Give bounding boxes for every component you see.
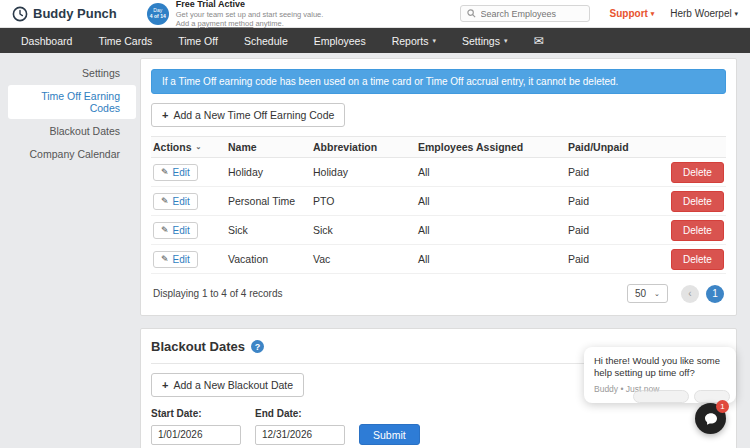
main-nav: Dashboard Time Cards Time Off Schedule E… <box>0 28 750 53</box>
support-menu[interactable]: Support ▾ <box>610 8 655 19</box>
end-date-label: End Date: <box>255 408 345 419</box>
search-icon <box>467 9 476 18</box>
edit-button[interactable]: ✎Edit <box>153 251 198 268</box>
nav-item-settings[interactable]: Settings▾ <box>449 28 520 53</box>
cell-name: Personal Time <box>226 195 311 207</box>
cell-employees-assigned: All <box>416 195 566 207</box>
add-earning-code-button[interactable]: + Add a New Time Off Earning Code <box>151 103 345 127</box>
logo[interactable]: Buddy Punch <box>12 6 117 22</box>
column-header-actions[interactable]: Actions⌄ <box>151 141 226 153</box>
table-row: ✎Edit Holiday Holiday All Paid Delete <box>151 158 726 187</box>
cell-abbreviation: Sick <box>311 224 416 236</box>
nav-item-time-off[interactable]: Time Off <box>165 28 231 53</box>
logo-text: Buddy Punch <box>33 6 117 21</box>
cell-name: Holiday <box>226 166 311 178</box>
start-date-group: Start Date: <box>151 408 241 445</box>
delete-button[interactable]: Delete <box>671 220 724 241</box>
column-header-name: Name <box>226 141 311 153</box>
table-row: ✎Edit Vacation Vac All Paid Delete <box>151 245 726 274</box>
sidebar-item-company-calendar[interactable]: Company Calendar <box>8 143 136 165</box>
chevron-down-icon: ▾ <box>651 10 655 17</box>
delete-button[interactable]: Delete <box>671 249 724 270</box>
blackout-date-form: Start Date: End Date: Submit <box>151 408 726 445</box>
sidebar-item-blackout-dates[interactable]: Blackout Dates <box>8 120 136 142</box>
cell-employees-assigned: All <box>416 253 566 265</box>
nav-item-employees[interactable]: Employees <box>301 28 379 53</box>
chat-message: Hi there! Would you like some help setti… <box>594 355 726 380</box>
plus-icon: + <box>162 109 168 121</box>
cell-abbreviation: Holiday <box>311 166 416 178</box>
edit-button[interactable]: ✎Edit <box>153 222 198 239</box>
trial-badge-count: 4 of 14 <box>150 14 166 20</box>
trial-info: Free Trial Active Get your team set up a… <box>176 0 324 28</box>
nav-item-schedule[interactable]: Schedule <box>231 28 301 53</box>
edit-button[interactable]: ✎Edit <box>153 193 198 210</box>
chat-bubble-icon <box>703 411 719 427</box>
chevron-down-icon: ⌄ <box>654 290 660 298</box>
page-1-button[interactable]: 1 <box>706 285 724 303</box>
delete-button[interactable]: Delete <box>671 191 724 212</box>
messages-nav-item[interactable]: ✉ <box>520 28 556 53</box>
nav-item-time-cards[interactable]: Time Cards <box>85 28 165 53</box>
trial-day-badge: Day 4 of 14 <box>147 3 169 25</box>
sidebar-item-settings[interactable]: Settings <box>8 62 136 84</box>
search-input[interactable] <box>481 9 583 19</box>
edit-button[interactable]: ✎Edit <box>153 164 198 181</box>
add-blackout-date-button[interactable]: + Add a New Blackout Date <box>151 373 304 397</box>
help-icon[interactable]: ? <box>251 340 264 353</box>
cell-abbreviation: PTO <box>311 195 416 207</box>
user-menu[interactable]: Herb Woerpel ▾ <box>670 8 738 19</box>
payment-method-link[interactable]: payment method <box>197 19 253 28</box>
notification-badge: 1 <box>716 400 729 413</box>
page-size-select[interactable]: 50 ⌄ <box>627 284 668 303</box>
chat-launcher-button[interactable]: 1 <box>695 403 726 434</box>
pagination: 50 ⌄ ‹ 1 <box>627 284 724 303</box>
nav-item-reports[interactable]: Reports▾ <box>379 28 449 53</box>
end-date-input[interactable] <box>255 425 345 445</box>
cell-paid-unpaid: Paid <box>566 195 671 207</box>
search-box[interactable] <box>460 5 590 22</box>
cell-paid-unpaid: Paid <box>566 224 671 236</box>
cell-paid-unpaid: Paid <box>566 253 671 265</box>
column-header-employees-assigned: Employees Assigned <box>416 141 566 153</box>
trial-line2-pre: Add a <box>176 19 198 28</box>
prev-page-button[interactable]: ‹ <box>681 285 699 303</box>
trial-line2-post: anytime. <box>253 19 283 28</box>
settings-sidebar: Settings Time Off Earning Codes Blackout… <box>0 53 140 166</box>
chat-quick-replies <box>633 390 730 403</box>
cell-abbreviation: Vac <box>311 253 416 265</box>
cell-name: Sick <box>226 224 311 236</box>
trial-subtitle-line1: Get your team set up and start seeing va… <box>176 10 324 19</box>
cell-employees-assigned: All <box>416 224 566 236</box>
start-date-label: Start Date: <box>151 408 241 419</box>
info-banner: If a Time Off earning code has been used… <box>151 69 726 94</box>
support-label: Support <box>610 8 648 19</box>
end-date-group: End Date: <box>255 408 345 445</box>
chevron-down-icon: ▾ <box>504 37 508 45</box>
column-header-abbreviation: Abbreviation <box>311 141 416 153</box>
start-date-input[interactable] <box>151 425 241 445</box>
pencil-icon: ✎ <box>161 167 169 177</box>
cell-paid-unpaid: Paid <box>566 166 671 178</box>
envelope-icon: ✉ <box>533 34 543 48</box>
trial-subtitle-line2: Add a payment method anytime. <box>176 19 324 28</box>
chevron-down-icon: ▾ <box>432 37 436 45</box>
table-header-row: Actions⌄ Name Abbreviation Employees Ass… <box>151 136 726 158</box>
plus-icon: + <box>162 379 168 391</box>
chevron-down-icon: ▾ <box>734 10 738 17</box>
pencil-icon: ✎ <box>161 254 169 264</box>
submit-button[interactable]: Submit <box>359 424 420 445</box>
sidebar-item-time-off-earning-codes[interactable]: Time Off Earning Codes <box>8 85 136 119</box>
records-summary: Displaying 1 to 4 of 4 records <box>153 288 283 299</box>
top-header: Buddy Punch Day 4 of 14 Free Trial Activ… <box>0 0 750 28</box>
cell-name: Vacation <box>226 253 311 265</box>
chat-quick-reply[interactable] <box>633 390 689 403</box>
nav-item-dashboard[interactable]: Dashboard <box>8 28 85 53</box>
table-footer: Displaying 1 to 4 of 4 records 50 ⌄ ‹ 1 <box>151 274 726 305</box>
earning-codes-card: If a Time Off earning code has been used… <box>140 58 737 316</box>
column-header-paid-unpaid: Paid/Unpaid <box>566 141 671 153</box>
pencil-icon: ✎ <box>161 196 169 206</box>
delete-button[interactable]: Delete <box>671 162 724 183</box>
cell-employees-assigned: All <box>416 166 566 178</box>
pencil-icon: ✎ <box>161 225 169 235</box>
